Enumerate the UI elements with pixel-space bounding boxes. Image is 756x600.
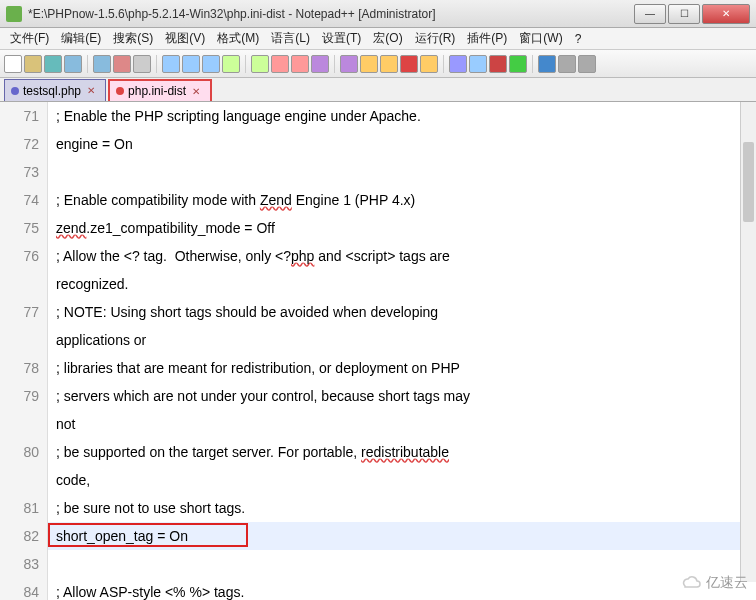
- line-number: 83: [0, 550, 39, 578]
- toolbar-button[interactable]: [162, 55, 180, 73]
- toolbar-button[interactable]: [420, 55, 438, 73]
- code-line[interactable]: ; Allow ASP-style <% %> tags.: [56, 578, 756, 600]
- code-line[interactable]: zend.ze1_compatibility_mode = Off: [56, 214, 756, 242]
- toolbar-button[interactable]: [380, 55, 398, 73]
- line-number: 78: [0, 354, 39, 382]
- menu-window[interactable]: 窗口(W): [513, 30, 568, 47]
- toolbar-button[interactable]: [222, 55, 240, 73]
- code-area[interactable]: ; Enable the PHP scripting language engi…: [48, 102, 756, 600]
- tab-php-ini[interactable]: php.ini-dist ✕: [108, 79, 212, 101]
- code-line[interactable]: ; Allow the <? tag. Otherwise, only <?ph…: [56, 242, 756, 270]
- menu-plugins[interactable]: 插件(P): [461, 30, 513, 47]
- toolbar-button[interactable]: [400, 55, 418, 73]
- line-number: 82: [0, 522, 39, 550]
- toolbar-button[interactable]: [202, 55, 220, 73]
- toolbar-button[interactable]: [251, 55, 269, 73]
- toolbar-button[interactable]: [4, 55, 22, 73]
- menu-view[interactable]: 视图(V): [159, 30, 211, 47]
- line-number: 80: [0, 438, 39, 466]
- app-icon: [6, 6, 22, 22]
- tab-testsql[interactable]: testsql.php ✕: [4, 79, 106, 101]
- toolbar: [0, 50, 756, 78]
- toolbar-button[interactable]: [449, 55, 467, 73]
- menu-edit[interactable]: 编辑(E): [55, 30, 107, 47]
- code-line[interactable]: code,: [56, 466, 756, 494]
- minimize-button[interactable]: —: [634, 4, 666, 24]
- menubar: 文件(F) 编辑(E) 搜索(S) 视图(V) 格式(M) 语言(L) 设置(T…: [0, 28, 756, 50]
- toolbar-button[interactable]: [133, 55, 151, 73]
- code-line[interactable]: applications or: [56, 326, 756, 354]
- toolbar-button[interactable]: [182, 55, 200, 73]
- window-buttons: — ☐ ✕: [632, 4, 750, 24]
- window-title: *E:\PHPnow-1.5.6\php-5.2.14-Win32\php.in…: [28, 7, 632, 21]
- menu-help[interactable]: ?: [569, 32, 588, 46]
- editor[interactable]: 7172737475767778798081828384858687 ; Ena…: [0, 102, 756, 600]
- line-number: 84: [0, 578, 39, 600]
- menu-search[interactable]: 搜索(S): [107, 30, 159, 47]
- line-number: 76: [0, 242, 39, 270]
- menu-macro[interactable]: 宏(O): [367, 30, 408, 47]
- maximize-button[interactable]: ☐: [668, 4, 700, 24]
- line-number: 71: [0, 102, 39, 130]
- code-line[interactable]: ; Enable the PHP scripting language engi…: [56, 102, 756, 130]
- toolbar-button[interactable]: [291, 55, 309, 73]
- toolbar-button[interactable]: [311, 55, 329, 73]
- code-line[interactable]: [56, 158, 756, 186]
- code-line[interactable]: not: [56, 410, 756, 438]
- toolbar-button[interactable]: [340, 55, 358, 73]
- line-number: 77: [0, 298, 39, 326]
- line-number: 79: [0, 382, 39, 410]
- toolbar-button[interactable]: [24, 55, 42, 73]
- code-line[interactable]: recognized.: [56, 270, 756, 298]
- code-line[interactable]: ; be supported on the target server. For…: [56, 438, 756, 466]
- toolbar-button[interactable]: [558, 55, 576, 73]
- tab-modified-icon: [116, 87, 124, 95]
- toolbar-button[interactable]: [489, 55, 507, 73]
- tab-modified-icon: [11, 87, 19, 95]
- toolbar-button[interactable]: [360, 55, 378, 73]
- toolbar-button[interactable]: [578, 55, 596, 73]
- tab-close-icon[interactable]: ✕: [87, 85, 95, 96]
- code-line[interactable]: [56, 550, 756, 578]
- toolbar-button[interactable]: [64, 55, 82, 73]
- tabbar: testsql.php ✕ php.ini-dist ✕: [0, 78, 756, 102]
- tab-label: php.ini-dist: [128, 84, 186, 98]
- code-line[interactable]: ; servers which are not under your contr…: [56, 382, 756, 410]
- line-number: 75: [0, 214, 39, 242]
- menu-run[interactable]: 运行(R): [409, 30, 462, 47]
- toolbar-button[interactable]: [538, 55, 556, 73]
- tab-label: testsql.php: [23, 84, 81, 98]
- menu-lang[interactable]: 语言(L): [265, 30, 316, 47]
- line-number-gutter: 7172737475767778798081828384858687: [0, 102, 48, 600]
- toolbar-button[interactable]: [509, 55, 527, 73]
- code-line[interactable]: ; NOTE: Using short tags should be avoid…: [56, 298, 756, 326]
- tab-close-icon[interactable]: ✕: [192, 86, 200, 97]
- close-button[interactable]: ✕: [702, 4, 750, 24]
- line-number: 81: [0, 494, 39, 522]
- code-line[interactable]: ; Enable compatibility mode with Zend En…: [56, 186, 756, 214]
- line-number: 73: [0, 158, 39, 186]
- menu-file[interactable]: 文件(F): [4, 30, 55, 47]
- toolbar-button[interactable]: [93, 55, 111, 73]
- menu-format[interactable]: 格式(M): [211, 30, 265, 47]
- toolbar-button[interactable]: [113, 55, 131, 73]
- titlebar: *E:\PHPnow-1.5.6\php-5.2.14-Win32\php.in…: [0, 0, 756, 28]
- code-line[interactable]: ; libraries that are meant for redistrib…: [56, 354, 756, 382]
- toolbar-button[interactable]: [271, 55, 289, 73]
- toolbar-button[interactable]: [469, 55, 487, 73]
- line-number: 74: [0, 186, 39, 214]
- code-line[interactable]: short_open_tag = On: [56, 522, 756, 550]
- menu-settings[interactable]: 设置(T): [316, 30, 367, 47]
- code-line[interactable]: ; be sure not to use short tags.: [56, 494, 756, 522]
- line-number: 72: [0, 130, 39, 158]
- code-line[interactable]: engine = On: [56, 130, 756, 158]
- toolbar-button[interactable]: [44, 55, 62, 73]
